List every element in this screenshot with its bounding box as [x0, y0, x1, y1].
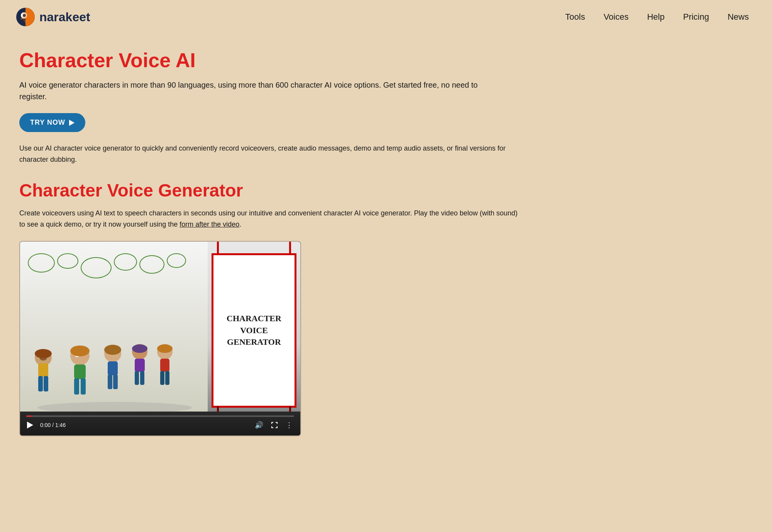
svg-point-25	[132, 344, 147, 353]
play-triangle-icon	[69, 120, 74, 126]
controls-left: 0:00 / 1:46	[26, 421, 66, 429]
section-desc-part1: Create voiceovers using AI text to speec…	[19, 209, 518, 228]
logo-text: narakeet	[39, 10, 90, 24]
fullscreen-button[interactable]	[270, 421, 279, 429]
play-icon	[27, 422, 33, 429]
bubble-5	[139, 255, 164, 274]
section-description: Create voiceovers using AI text to speec…	[19, 208, 521, 230]
controls-right: 🔊 ⋮	[254, 420, 294, 430]
hero-subtitle: AI voice generator characters in more th…	[19, 79, 482, 102]
section-desc-part2: .	[239, 220, 241, 228]
volume-icon: 🔊	[255, 421, 263, 429]
svg-rect-23	[113, 374, 118, 389]
try-now-button[interactable]: TRY NOW	[19, 113, 85, 132]
nav-help[interactable]: Help	[647, 12, 664, 22]
speech-bubbles	[28, 253, 204, 278]
fullscreen-icon	[271, 422, 278, 429]
logo-link[interactable]: narakeet	[15, 7, 90, 27]
bubble-6	[167, 253, 186, 268]
bubble-1	[28, 253, 55, 273]
main-content: Character Voice AI AI voice generator ch…	[0, 34, 540, 459]
svg-point-3	[37, 402, 192, 412]
red-line-left-bottom	[217, 406, 219, 412]
svg-point-6	[35, 349, 52, 358]
svg-point-30	[157, 344, 173, 353]
svg-rect-28	[140, 371, 144, 385]
section-title: Character Voice Generator	[19, 181, 521, 200]
hero-description: Use our AI character voice generator to …	[19, 143, 521, 165]
red-line-right-bottom	[289, 406, 291, 412]
nav-news[interactable]: News	[728, 12, 749, 22]
form-link[interactable]: form after the video	[179, 220, 239, 228]
red-line-right-top	[289, 242, 291, 255]
try-now-label: TRY NOW	[30, 119, 65, 127]
video-player[interactable]: CHARACTER VOICE GENERATOR	[19, 241, 301, 436]
title-card-container: CHARACTER VOICE GENERATOR	[208, 242, 300, 412]
nav-voices[interactable]: Voices	[604, 12, 629, 22]
more-options-button[interactable]: ⋮	[285, 420, 294, 430]
svg-rect-16	[74, 364, 86, 379]
time-display: 0:00 / 1:46	[40, 422, 66, 428]
svg-rect-8	[38, 376, 43, 391]
site-header: narakeet Tools Voices Help Pricing News	[0, 0, 772, 34]
nav-tools[interactable]: Tools	[565, 12, 585, 22]
svg-point-15	[70, 346, 90, 356]
video-controls: 0:00 / 1:46 🔊	[20, 412, 300, 435]
controls-row: 0:00 / 1:46 🔊	[26, 420, 294, 430]
red-line-left-top	[217, 242, 219, 255]
bubble-3	[81, 257, 112, 278]
more-icon: ⋮	[286, 421, 293, 429]
svg-rect-9	[44, 376, 48, 391]
characters-side	[20, 242, 208, 412]
bubble-2	[57, 253, 78, 269]
svg-rect-22	[108, 374, 112, 389]
main-nav: Tools Voices Help Pricing News	[565, 12, 749, 22]
page-title: Character Voice AI	[19, 49, 521, 71]
svg-rect-32	[160, 371, 164, 385]
svg-rect-18	[81, 378, 86, 395]
volume-button[interactable]: 🔊	[254, 420, 264, 430]
video-thumbnail: CHARACTER VOICE GENERATOR	[20, 242, 300, 412]
svg-rect-27	[135, 371, 139, 385]
svg-rect-33	[165, 371, 169, 385]
progress-bar-track[interactable]	[26, 415, 294, 417]
bubble-4	[114, 253, 137, 271]
title-card-text: CHARACTER VOICE GENERATOR	[227, 313, 281, 348]
svg-point-20	[104, 345, 121, 355]
logo-icon	[15, 7, 36, 27]
play-button[interactable]	[26, 421, 34, 429]
svg-rect-26	[135, 359, 145, 372]
nav-pricing[interactable]: Pricing	[683, 12, 709, 22]
progress-bar-fill	[26, 415, 32, 417]
svg-rect-21	[108, 361, 118, 375]
svg-rect-31	[160, 359, 169, 372]
title-card: CHARACTER VOICE GENERATOR	[212, 253, 296, 408]
characters-svg	[20, 280, 209, 412]
svg-rect-17	[74, 378, 79, 395]
svg-rect-7	[38, 363, 48, 377]
